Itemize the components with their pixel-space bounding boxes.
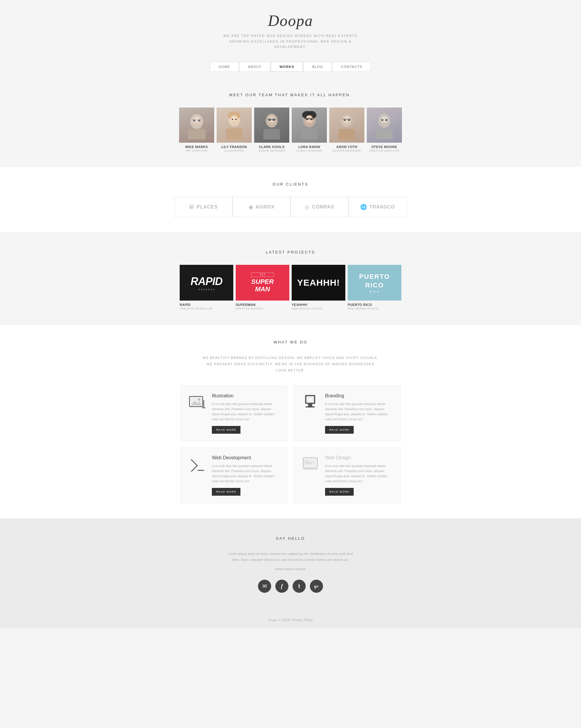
- header: Doopa WE ARE TOP RATED WEB DESIGN BUREAU…: [0, 0, 581, 56]
- team-section: MEET OUR TEAM THAT MAKES IT ALL HAPPEN. …: [0, 78, 581, 167]
- svg-line-55: [191, 460, 197, 466]
- branding-icon: [303, 394, 318, 410]
- avatar-clark: [254, 107, 289, 143]
- team-name-aron: ARON YOTH: [329, 145, 364, 149]
- footer-privacy[interactable]: Privacy Policy: [292, 618, 312, 622]
- svg-rect-1: [188, 129, 206, 139]
- svg-rect-9: [226, 128, 243, 139]
- branding-read-more[interactable]: READ MORE: [325, 426, 354, 434]
- client-places: 🏛 PLACES: [174, 197, 232, 217]
- client-compax-name: COMPAX: [312, 204, 334, 210]
- project-thumb-yeahhh: YEAHHH!: [292, 265, 345, 301]
- nav-about[interactable]: ABOUT: [239, 62, 270, 72]
- project-subtitle-puerto: WEB DESIGN STUDIO: [348, 307, 401, 310]
- facebook-icon: f: [281, 583, 283, 590]
- client-places-name: PLACES: [197, 204, 218, 210]
- social-twitter[interactable]: t: [293, 580, 306, 593]
- svg-point-47: [198, 398, 200, 401]
- puerto-sub-text: ◆ ◆ ◆: [359, 290, 390, 293]
- site-logo: Doopa: [6, 12, 575, 29]
- footer-copyright: © 2013 |: [279, 618, 291, 622]
- social-icons: ✉ f t g+: [6, 580, 575, 593]
- nav-blog[interactable]: BLOG: [304, 62, 332, 72]
- service-illustration: Illustration In eu erat vitae felis grav…: [180, 386, 287, 441]
- project-subtitle-yeahhh: WEB DESIGN STUDIO: [292, 307, 345, 310]
- team-name-clark: CLARK KOOLS: [254, 145, 289, 149]
- superman-main-text: SUPERMAN: [251, 278, 274, 292]
- avatar-aron: [329, 107, 364, 143]
- social-googleplus[interactable]: g+: [310, 580, 323, 593]
- whatwedo-section: WHAT WE DO WE BEAUTIFY BRANDS BY DISTILL…: [0, 325, 581, 518]
- team-member-mike: MIKE MARKS ART DIRECTOR: [179, 107, 214, 152]
- svg-rect-31: [338, 129, 355, 139]
- compax-icon: ◎: [305, 204, 309, 210]
- email-icon: ✉: [262, 583, 267, 590]
- svg-point-54: [308, 398, 312, 401]
- webdev-read-more[interactable]: READ MORE: [212, 488, 241, 496]
- agrox-icon: ◉: [249, 204, 253, 210]
- svg-point-11: [232, 119, 233, 120]
- social-facebook[interactable]: f: [275, 580, 288, 593]
- nav-works[interactable]: WORKS: [271, 62, 303, 72]
- webdev-icon: [189, 457, 205, 471]
- client-compax: ◎ COMPAX: [290, 197, 349, 217]
- project-thumb-puerto: PUERTORICO ◆ ◆ ◆: [348, 265, 401, 301]
- team-member-aron: ARON YOTH MASTER DESIGNER: [329, 107, 364, 152]
- service-illustration-content: Illustration In eu erat vitae felis grav…: [212, 393, 280, 434]
- footer-logo: Doopa: [269, 618, 277, 622]
- project-subtitle-superman: CREATIVE BUREAU: [236, 307, 289, 310]
- svg-rect-40: [376, 129, 393, 139]
- illustration-icon-wrap: [188, 393, 206, 411]
- service-illustration-body: In eu erat vitae felis gravisat malesuad…: [212, 401, 280, 422]
- nav-home[interactable]: HOME: [210, 62, 239, 72]
- service-webdesign-body: In eu erat vitae felis gravisat malesuad…: [325, 464, 393, 484]
- clients-grid: 🏛 PLACES ◉ Agrox ◎ COMPAX 🌐 Transco: [174, 197, 407, 217]
- project-subtitle-rapid: CREATIVE DESIGN LAB: [180, 307, 233, 310]
- svg-rect-60: [303, 468, 317, 470]
- social-email[interactable]: ✉: [258, 580, 271, 593]
- svg-line-56: [191, 466, 197, 471]
- puerto-main-text: PUERTORICO: [359, 272, 390, 289]
- project-title-puerto: PUERTO RICO: [348, 303, 401, 307]
- service-webdesign-content: Web Design In eu erat vitae felis gravis…: [325, 455, 393, 496]
- webdev-icon-wrap: [188, 455, 206, 473]
- team-member-lora: LORA RADIN CLIENT MANAGER: [292, 107, 327, 152]
- team-role-aron: MASTER DESIGNER: [329, 149, 364, 152]
- superman-num: 717: [251, 272, 274, 277]
- team-role-mike: ART DIRECTOR: [179, 149, 214, 152]
- webdesign-icon-wrap: [301, 455, 319, 473]
- avatar-lily: [217, 107, 252, 143]
- webdesign-icon: [302, 457, 319, 471]
- footer: Doopa © 2013 | Privacy Policy: [0, 610, 581, 628]
- webdesign-read-more[interactable]: READ MORE: [325, 488, 354, 496]
- svg-rect-59: [304, 459, 316, 467]
- avatar-mike: [179, 107, 214, 143]
- team-name-steve: STEVE MOORE: [367, 145, 402, 149]
- avatar-steve: [367, 107, 402, 143]
- main-nav: HOME ABOUT WORKS BLOG CONTACTS: [0, 62, 581, 72]
- whatwedo-title: WHAT WE DO: [6, 340, 575, 344]
- svg-rect-14: [263, 129, 280, 139]
- yeahhh-main-text: YEAHHH!: [297, 278, 340, 288]
- project-rapid[interactable]: RAPID ■ ■ ■ ■ ■ ■ ■ RAPID CREATIVE DESIG…: [180, 265, 233, 310]
- service-webdesign-title: Web Design: [325, 455, 393, 461]
- project-yeahhh[interactable]: YEAHHH! YEAHHH! WEB DESIGN STUDIO: [292, 265, 345, 310]
- project-superman[interactable]: 717 SUPERMAN SUPERMAN CREATIVE BUREAU: [236, 265, 289, 310]
- svg-point-43: [385, 119, 387, 121]
- svg-rect-53: [306, 406, 314, 408]
- twitter-icon: t: [298, 583, 300, 590]
- team-role-lily: ILLUSTRATOR: [217, 149, 252, 152]
- googleplus-icon: g+: [314, 584, 319, 589]
- illustration-icon: [189, 395, 205, 410]
- team-name-mike: MIKE MARKS: [179, 145, 214, 149]
- project-title-rapid: RAPID: [180, 303, 233, 307]
- illustration-read-more[interactable]: READ MORE: [212, 426, 241, 434]
- client-agrox: ◉ Agrox: [232, 197, 290, 217]
- team-name-lily: LILY FRANSON: [217, 145, 252, 149]
- team-name-lora: LORA RADIN: [292, 145, 327, 149]
- sayhello-title: SAY HELLO: [6, 536, 575, 541]
- services-grid: Illustration In eu erat vitae felis grav…: [171, 386, 410, 503]
- rapid-main-text: RAPID: [191, 275, 222, 288]
- project-puerto[interactable]: PUERTORICO ◆ ◆ ◆ PUERTO RICO WEB DESIGN …: [348, 265, 401, 310]
- nav-contacts[interactable]: CONTACTS: [332, 62, 371, 72]
